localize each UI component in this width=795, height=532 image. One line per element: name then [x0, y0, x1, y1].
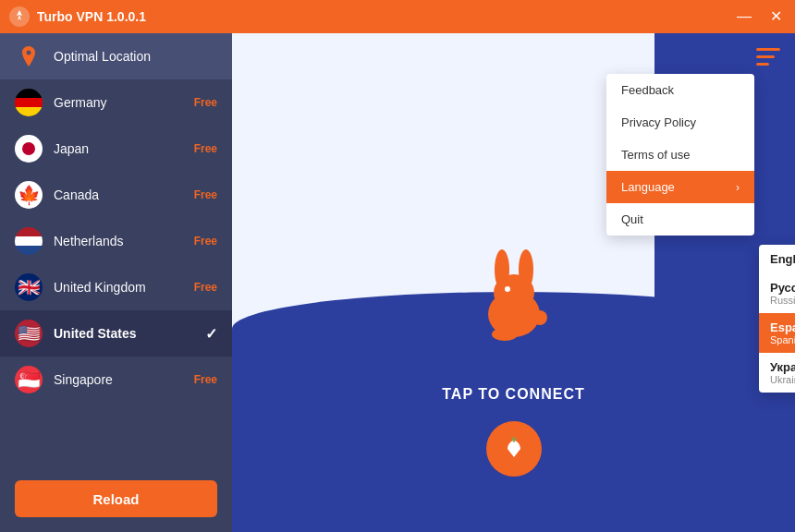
singapore-flag: 🇸🇬 [15, 366, 43, 393]
lang-item-ukraine[interactable]: Українська Ukraine [759, 353, 795, 393]
location-pin-icon [15, 42, 43, 70]
tap-to-connect-label: TAP TO CONNECT [442, 386, 584, 403]
menu-item-privacy[interactable]: Privacy Policy [606, 106, 754, 139]
rabbit-illustration [472, 242, 556, 347]
canada-flag: 🍁 [15, 181, 43, 209]
reload-button[interactable]: Reload [15, 480, 217, 517]
svg-point-7 [494, 274, 534, 311]
right-panel: TAP TO CONNECT Feedback Privacy Policy T… [232, 33, 795, 532]
sidebar-item-us[interactable]: 🇺🇸 United States ✓ [0, 310, 232, 357]
app-logo [9, 6, 30, 27]
main-layout: Optimal Location Germany Free Japan Free… [0, 33, 795, 532]
germany-flag [15, 89, 43, 116]
sidebar-item-japan[interactable]: Japan Free [0, 126, 232, 172]
us-flag: 🇺🇸 [15, 320, 43, 347]
sidebar-item-netherlands[interactable]: Netherlands Free [0, 218, 232, 264]
svg-point-10 [492, 328, 518, 341]
menu-item-quit[interactable]: Quit [606, 203, 754, 236]
selected-check-icon: ✓ [205, 325, 217, 343]
sidebar-item-canada[interactable]: 🍁 Canada Free [0, 172, 232, 218]
japan-label: Japan [54, 141, 194, 156]
sidebar-item-optimal[interactable]: Optimal Location [0, 33, 232, 79]
menu-icon-button[interactable] [756, 48, 780, 70]
language-submenu: English Русский Russian [759, 245, 795, 393]
reload-container: Reload [0, 466, 232, 532]
canada-badge: Free [194, 188, 217, 201]
sidebar-item-germany[interactable]: Germany Free [0, 79, 232, 126]
minimize-button[interactable]: — [733, 7, 755, 26]
rabbit-svg [472, 242, 556, 344]
netherlands-badge: Free [194, 235, 217, 248]
singapore-label: Singapore [54, 372, 194, 387]
dropdown-menu: Feedback Privacy Policy Terms of use Lan… [606, 74, 754, 236]
optimal-location-label: Optimal Location [54, 49, 217, 64]
carrot-icon [500, 435, 528, 463]
uk-label: United Kingdom [54, 280, 194, 295]
close-button[interactable]: ✕ [766, 7, 786, 26]
menu-item-language[interactable]: Language › English Русский [606, 171, 754, 203]
uk-badge: Free [194, 281, 217, 294]
japan-badge: Free [194, 142, 217, 155]
uk-flag: 🇬🇧 [15, 273, 43, 301]
menu-item-terms[interactable]: Terms of use [606, 139, 754, 171]
sidebar-item-uk[interactable]: 🇬🇧 United Kingdom Free [0, 264, 232, 310]
chevron-right-icon: › [736, 181, 740, 194]
sidebar: Optimal Location Germany Free Japan Free… [0, 33, 232, 532]
menu-item-feedback[interactable]: Feedback [606, 74, 754, 106]
germany-label: Germany [54, 95, 194, 110]
svg-point-8 [505, 286, 510, 292]
japan-flag [15, 135, 43, 163]
window-controls: — ✕ [733, 7, 786, 26]
germany-badge: Free [194, 96, 217, 109]
netherlands-label: Netherlands [54, 234, 194, 248]
sidebar-item-singapore[interactable]: 🇸🇬 Singapore Free [0, 357, 232, 403]
lang-item-english[interactable]: English [759, 245, 795, 273]
hamburger-icon [756, 48, 780, 66]
svg-point-9 [532, 310, 547, 325]
svg-rect-2 [756, 55, 775, 58]
canada-label: Canada [54, 187, 194, 202]
lang-item-spanish[interactable]: Español Spanish [759, 313, 795, 353]
netherlands-flag [15, 227, 43, 255]
title-bar: Turbo VPN 1.0.0.1 — ✕ [0, 0, 795, 33]
lang-item-russian[interactable]: Русский Russian [759, 273, 795, 313]
us-label: United States [54, 326, 205, 341]
svg-rect-1 [756, 48, 780, 51]
singapore-badge: Free [194, 373, 217, 386]
app-title: Turbo VPN 1.0.0.1 [37, 9, 733, 24]
connect-button[interactable] [486, 421, 542, 477]
svg-rect-3 [756, 63, 769, 66]
